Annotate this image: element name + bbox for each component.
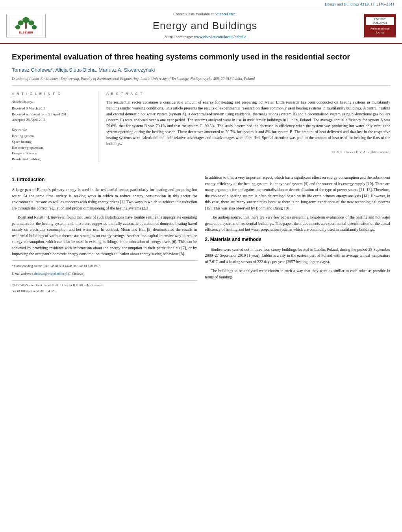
svg-point-2 bbox=[18, 20, 24, 26]
body-columns: 1. Introduction A large part of Europe's… bbox=[12, 174, 390, 295]
svg-point-1 bbox=[22, 17, 30, 23]
sciencedirect-link[interactable]: ScienceDirect bbox=[215, 12, 237, 16]
authors: Tomasz Cholewa*, Alicja Siuta-Olcha, Mar… bbox=[12, 67, 390, 74]
eb-logo: ENERGYBUILDINGS An International Journal bbox=[364, 14, 396, 37]
email-suffix: (T. Cholewa). bbox=[68, 272, 85, 276]
issn-line: 0378-7788/$ – see front matter © 2011 El… bbox=[12, 283, 197, 288]
kw-1: Heating system bbox=[12, 133, 92, 139]
email-link[interactable]: t.cholewa@wispol.lublin.pl bbox=[32, 272, 67, 276]
main-content: Experimental evaluation of three heating… bbox=[0, 44, 402, 302]
intro-heading: 1. Introduction bbox=[12, 176, 197, 184]
date-revised: Received in revised form 21 April 2011 bbox=[12, 112, 92, 117]
journal-title: Energy and Buildings bbox=[46, 19, 364, 33]
body-col-right: In addition to this, a very important as… bbox=[205, 174, 391, 295]
abstract-text: The residential sector consumes a consid… bbox=[106, 99, 390, 146]
body-col-left: 1. Introduction A large part of Europe's… bbox=[12, 174, 197, 295]
abstract-label: A B S T R A C T bbox=[106, 91, 390, 96]
keywords-section: Keywords: Heating system Space heating H… bbox=[12, 127, 92, 162]
svg-point-5 bbox=[32, 25, 37, 30]
affiliation: Division of Indoor Environment Engineeri… bbox=[12, 76, 390, 86]
doi-line: doi:10.1016/j.enbuild.2011.04.026 bbox=[12, 289, 197, 294]
right-para-1: In addition to this, a very important as… bbox=[205, 174, 391, 211]
right-para-2: The authors noticed that there are very … bbox=[205, 214, 391, 233]
article-footer: 0378-7788/$ – see front matter © 2011 El… bbox=[12, 280, 197, 294]
kw-4: Energy efficiency bbox=[12, 151, 92, 156]
journal-header: ELSEVIER Contents lists available at Sci… bbox=[0, 8, 402, 44]
date-accepted: Accepted 26 April 2011 bbox=[12, 117, 92, 122]
footnote-text: Corresponding author. Tel.: +48 81 538 4… bbox=[14, 264, 100, 268]
contents-line: Contents lists available at ScienceDirec… bbox=[46, 11, 364, 17]
copyright-line: © 2011 Elsevier B.V. All rights reserved… bbox=[106, 150, 390, 155]
keywords-label: Keywords: bbox=[12, 127, 92, 132]
footnote-symbol: * bbox=[12, 264, 13, 268]
journal-center-info: Contents lists available at ScienceDirec… bbox=[46, 11, 364, 40]
date-received: Received 8 March 2011 bbox=[12, 106, 92, 111]
article-history-label: Article history: bbox=[12, 99, 92, 104]
elsevier-logo: ELSEVIER bbox=[6, 14, 46, 37]
abstract-section: A B S T R A C T The residential sector c… bbox=[106, 91, 390, 163]
homepage-line: journal homepage: www.elsevier.com/locat… bbox=[46, 34, 364, 40]
svg-rect-6 bbox=[25, 22, 27, 29]
corresponding-author-footnote: * Corresponding author. Tel.: +48 81 538… bbox=[12, 264, 197, 269]
materials-para-1: Studies were carried out in three four-s… bbox=[205, 247, 391, 265]
email-footnote: E-mail address: t.cholewa@wispol.lublin.… bbox=[12, 272, 197, 276]
kw-2: Space heating bbox=[12, 139, 92, 145]
svg-text:ELSEVIER: ELSEVIER bbox=[19, 31, 33, 35]
article-meta: A R T I C L E I N F O Article history: R… bbox=[12, 91, 390, 169]
svg-point-4 bbox=[15, 25, 20, 30]
article-title: Experimental evaluation of three heating… bbox=[12, 52, 390, 62]
materials-para-2: The buildings to be analysed were chosen… bbox=[205, 268, 391, 280]
intro-para-2: Boait and Rylatt [4], however, found tha… bbox=[12, 214, 197, 257]
article-info: A R T I C L E I N F O Article history: R… bbox=[12, 91, 98, 163]
top-bar: Energy and Buildings 43 (2011) 2140–2144 bbox=[0, 0, 402, 8]
kw-3: Hot water preparation bbox=[12, 145, 92, 150]
materials-heading: 2. Materials and methods bbox=[205, 236, 391, 243]
eb-logo-sub: An International Journal bbox=[366, 27, 394, 35]
eb-logo-top: ENERGYBUILDINGS bbox=[366, 17, 394, 26]
intro-para-1: A large part of Europe's primary energy … bbox=[12, 187, 197, 211]
citation-text: Energy and Buildings 43 (2011) 2140–2144 bbox=[325, 2, 394, 6]
footnote-separator bbox=[12, 260, 197, 261]
kw-5: Residential building bbox=[12, 157, 92, 162]
homepage-url[interactable]: www.elsevier.com/locate/enbuild bbox=[194, 35, 246, 39]
email-label: E-mail address: bbox=[12, 272, 31, 276]
svg-point-3 bbox=[28, 20, 34, 26]
article-info-label: A R T I C L E I N F O bbox=[12, 91, 92, 96]
